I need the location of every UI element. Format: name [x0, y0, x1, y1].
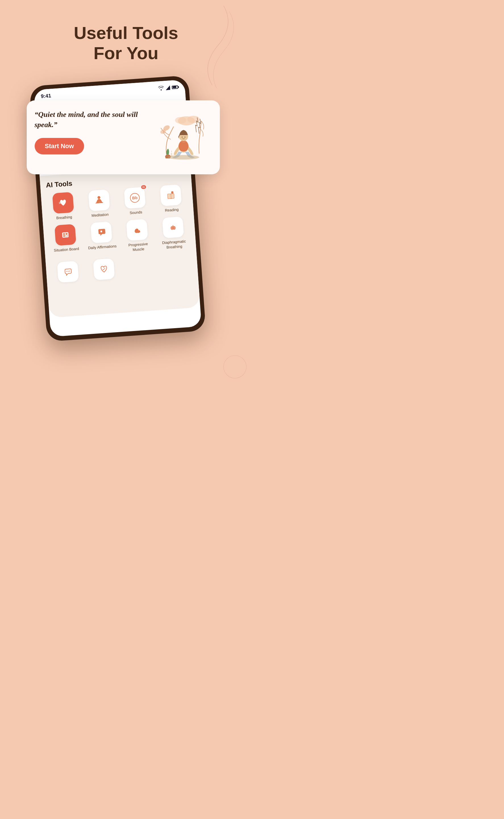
situation-board-label: Situation Board — [54, 246, 79, 253]
tool-item-reading[interactable]: Reading — [154, 184, 188, 214]
svg-point-0 — [224, 356, 246, 378]
signal-icon — [165, 85, 170, 90]
affirmations-icon-wrapper — [90, 221, 112, 243]
sounds-icon-bg: Bb — [124, 187, 146, 209]
wifi-icon — [158, 86, 164, 90]
svg-point-29 — [69, 271, 70, 271]
meditation-illustration — [149, 109, 212, 166]
svg-point-28 — [68, 271, 68, 271]
breathing-icon — [57, 197, 69, 209]
tool-item-situation-board[interactable]: Situation Board — [49, 224, 83, 258]
meditation-label: Meditation — [91, 212, 109, 218]
sounds-label: Sounds — [129, 210, 142, 216]
meditation-icon-bg — [88, 189, 110, 211]
reading-icon-bg — [160, 184, 182, 206]
progressive-muscle-label: Progressive Muscle — [122, 241, 155, 253]
reading-icon-wrapper — [160, 184, 182, 206]
chat-icon — [62, 266, 74, 278]
affirmations-icon-bg — [90, 221, 112, 243]
svg-text:Bb: Bb — [132, 195, 138, 200]
phone-body: AI Tools — [39, 165, 200, 318]
extra1-icon-bg — [57, 261, 79, 283]
tool-item-progressive-muscle[interactable]: Progressive Muscle — [120, 219, 155, 253]
tool-item-diaphragmatic-breathing[interactable]: Diaphragmatic Breathing — [156, 216, 190, 250]
svg-point-9 — [184, 136, 185, 137]
muscle-icon-wrapper — [126, 219, 148, 241]
tool-item-extra1[interactable] — [51, 260, 85, 285]
diaphragmatic-icon-wrapper — [162, 217, 184, 238]
sounds-icon-wrapper: Bb 81 — [124, 187, 146, 209]
extra2-icon-bg — [93, 258, 115, 280]
status-time: 9:41 — [41, 93, 51, 99]
breathing-icon-wrapper — [52, 192, 74, 214]
hero-card-left: “Quiet the mind, and the soul will speak… — [35, 109, 149, 155]
breathing-icon-bg — [52, 192, 74, 214]
extra1-icon-wrapper — [57, 261, 79, 283]
progressive-muscle-icon — [131, 224, 143, 236]
daily-affirmations-label: Daily Affirmations — [88, 244, 116, 251]
header-section: Useful Tools For You — [0, 0, 252, 75]
tools-grid-row2: Situation Board — [49, 216, 190, 258]
tools-grid-row1: Breathing — [46, 184, 188, 221]
ai-tools-section: AI Tools — [39, 165, 199, 294]
svg-rect-21 — [62, 232, 68, 238]
svg-point-27 — [66, 271, 67, 272]
start-now-button[interactable]: Start Now — [35, 138, 84, 154]
hero-quote: “Quiet the mind, and the soul will speak… — [35, 109, 147, 130]
battery-icon — [172, 85, 178, 89]
reading-label: Reading — [164, 207, 178, 213]
svg-point-3 — [175, 117, 186, 124]
status-icons — [158, 84, 178, 90]
svg-marker-13 — [165, 85, 170, 90]
tool-item-extra2[interactable] — [87, 258, 120, 283]
diaphragmatic-icon-bg — [162, 217, 184, 238]
muscle-icon-bg — [126, 219, 148, 241]
phone-and-float: “Quiet the mind, and the soul will speak… — [38, 75, 214, 336]
reading-icon — [164, 189, 177, 201]
breathing-label: Breathing — [56, 215, 72, 221]
heart2-icon — [98, 263, 110, 275]
svg-rect-19 — [171, 194, 174, 198]
meditation-icon-wrapper — [88, 189, 110, 211]
page-title: Useful Tools For You — [11, 23, 241, 63]
phone-wrapper: “Quiet the mind, and the soul will speak… — [0, 75, 252, 348]
svg-point-14 — [97, 196, 100, 199]
extra2-icon-wrapper — [93, 258, 115, 280]
svg-point-12 — [168, 155, 199, 159]
sounds-badge: 81 — [141, 185, 146, 189]
svg-rect-25 — [66, 235, 68, 236]
sounds-icon: Bb — [129, 192, 141, 204]
tool-item-daily-affirmations[interactable]: Daily Affirmations — [84, 221, 118, 255]
floating-hero-card: “Quiet the mind, and the soul will speak… — [27, 100, 220, 174]
diaphragmatic-breathing-label: Diaphragmatic Breathing — [158, 239, 190, 251]
tool-item-sounds[interactable]: Bb 81 Sounds — [118, 186, 152, 216]
situation-icon-bg — [54, 224, 76, 246]
situation-icon-wrapper — [54, 224, 76, 246]
svg-rect-18 — [167, 194, 171, 198]
tool-item-meditation[interactable]: Meditation — [82, 189, 116, 219]
tool-item-breathing[interactable]: Breathing — [46, 191, 80, 221]
svg-point-8 — [182, 136, 182, 137]
meditation-icon — [93, 194, 105, 207]
tools-grid-row3 — [51, 253, 193, 291]
situation-board-icon — [59, 229, 71, 241]
diaphragmatic-breathing-icon — [167, 221, 179, 234]
hero-card: “Quiet the mind, and the soul will speak… — [27, 100, 220, 174]
daily-affirmations-icon — [95, 226, 107, 238]
